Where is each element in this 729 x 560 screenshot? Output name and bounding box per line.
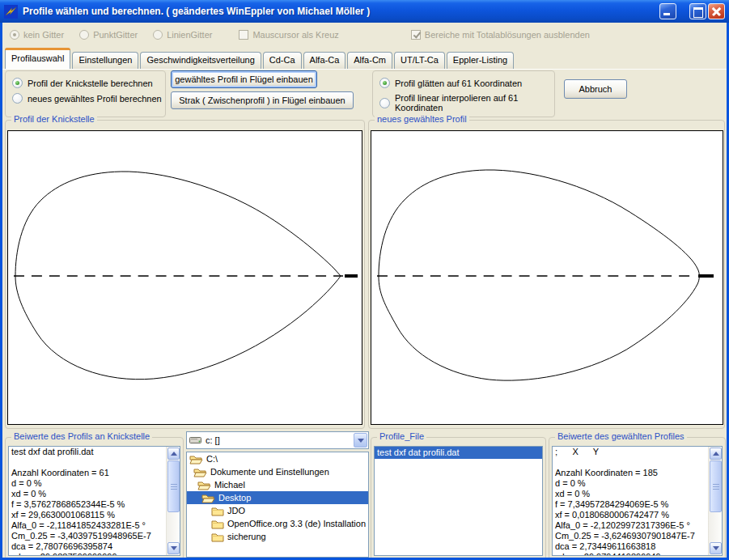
checkbox-mauscursor[interactable]: Mauscursor als Kreuz — [239, 30, 338, 40]
radio-icon — [379, 98, 390, 108]
radio-neues-profil-berechnen[interactable]: neues gewähltes Profil berechnen — [12, 93, 165, 104]
arrow-down-icon — [171, 546, 177, 550]
list-item[interactable]: Anzahl Koordinaten = 61 — [9, 468, 166, 478]
list-item[interactable]: xf = 0,0180680006742477 % — [553, 510, 708, 520]
abort-button[interactable]: Abbruch — [564, 79, 627, 99]
drive-icon — [189, 436, 202, 444]
folder-row-michael[interactable]: Michael — [187, 478, 368, 491]
app-window: Profile wählen und berechnen. ( geändert… — [0, 0, 729, 560]
checkbox-label: Mauscursor als Kreuz — [252, 30, 338, 40]
install-strak-button[interactable]: Strak ( Zwischenprofil ) in Flügel einba… — [171, 91, 354, 109]
tab-strip: Profilauswahl Einstellungen Geschwindigk… — [2, 47, 727, 69]
new-profile-plot-caption: neues gewähltes Profil — [375, 114, 469, 124]
list-item[interactable]: Alfa_0 = -2,11841852433281E-5 ° — [9, 520, 166, 531]
minimize-button[interactable] — [659, 3, 676, 19]
checkbox-icon — [411, 30, 421, 40]
smooth-mode-group: Profil glätten auf 61 Koordinaten Profil… — [372, 70, 555, 117]
knickstelle-values-listbox[interactable]: test dxf dat profili.dat Anzahl Koordina… — [8, 446, 180, 556]
new-profile-plot-group: neues gewähltes Profil — [368, 120, 725, 429]
radio-label: kein Gitter — [23, 30, 64, 40]
open-folder-icon — [189, 454, 203, 465]
folder-tree[interactable]: C:\ Dokumente und Einstellungen Michael … — [186, 452, 369, 558]
folder-row-c[interactable]: C:\ — [187, 452, 368, 465]
checkbox-totalabloesungen[interactable]: Bereiche mit Totalablösungen ausblenden — [411, 30, 590, 40]
scroll-up-button[interactable] — [710, 448, 722, 460]
list-item[interactable]: xd = 0 % — [9, 489, 166, 499]
folder-name: Michael — [214, 480, 245, 490]
list-item[interactable]: dca = 2,78076696395874 — [9, 541, 166, 552]
combobox-dropdown-button[interactable] — [354, 433, 367, 448]
radio-profil-knickstelle-berechnen[interactable]: Profil der Knickstelle berechnen — [12, 78, 165, 88]
scroll-up-button[interactable] — [167, 448, 180, 460]
folder-row-dokumente[interactable]: Dokumente und Einstellungen — [187, 465, 368, 478]
list-item[interactable]: Anzahl Koordinaten = 185 — [553, 468, 708, 478]
folder-row-sicherung[interactable]: sicherung — [187, 530, 368, 543]
maximize-button[interactable] — [689, 3, 706, 19]
list-item[interactable]: xdca = 29,9794419896949 — [553, 552, 708, 555]
close-button[interactable] — [708, 3, 725, 19]
radio-profil-linear-interpolieren[interactable]: Profil linear interpolieren auf 61 Koord… — [379, 93, 554, 112]
list-item[interactable] — [9, 457, 166, 468]
radio-punktgitter[interactable]: PunktGitter — [79, 30, 138, 40]
scrollbar-thumb[interactable] — [167, 460, 180, 512]
folder-row-openoffice[interactable]: OpenOffice.org 3.3 (de) Installation Fil — [187, 517, 368, 530]
radio-profil-glaetten[interactable]: Profil glätten auf 61 Koordinaten — [379, 78, 554, 88]
app-icon — [4, 5, 18, 19]
radio-icon — [379, 78, 390, 88]
list-item[interactable]: f = 3,57627868652344E-5 % — [9, 499, 166, 510]
tab-alfa-cm[interactable]: Alfa-Cm — [347, 52, 392, 69]
profile-file-listbox[interactable]: test dxf dat profili.dat — [374, 446, 543, 556]
tab-alfa-ca[interactable]: Alfa-Ca — [303, 52, 346, 69]
drive-combobox[interactable]: c: [] — [186, 431, 369, 449]
radio-icon — [12, 93, 23, 104]
window-title: Profile wählen und berechnen. ( geändert… — [23, 6, 653, 17]
selected-profile-values-listbox[interactable]: ; X Y Anzahl Koordinaten = 185 d = 0 % x… — [552, 446, 723, 556]
list-item[interactable]: dca = 2,73449611663818 — [553, 541, 708, 552]
list-item[interactable]: xd = 0 % — [553, 489, 708, 499]
list-item[interactable]: xf = 29,6630001068115 % — [9, 510, 166, 520]
tab-ut-lt-ca[interactable]: UT/LT-Ca — [394, 52, 445, 69]
listbox-content: ; X Y Anzahl Koordinaten = 185 d = 0 % x… — [553, 447, 708, 555]
tab-eppler-listing[interactable]: Eppler-Listing — [447, 52, 514, 69]
scroll-down-button[interactable] — [167, 542, 180, 554]
list-item[interactable]: f = 7,34957284294069E-5 % — [553, 499, 708, 510]
radio-liniengitter[interactable]: LinienGitter — [153, 30, 212, 40]
list-item[interactable]: test dxf dat profili.dat — [9, 447, 166, 457]
list-item[interactable]: d = 0 % — [9, 478, 166, 489]
radio-label: neues gewähltes Profil berechnen — [28, 94, 162, 104]
tab-profilauswahl[interactable]: Profilauswahl — [5, 48, 70, 69]
folder-row-jdo[interactable]: JDO — [187, 504, 368, 517]
scrollbar-thumb[interactable] — [710, 460, 722, 512]
arrow-up-icon — [171, 452, 177, 456]
open-folder-icon — [201, 493, 215, 503]
scroll-down-button[interactable] — [710, 542, 722, 554]
list-item[interactable]: Cm_0.25 = -3,40397519948965E-7 — [9, 531, 166, 541]
folder-row-desktop[interactable]: Desktop — [187, 491, 368, 504]
knickstelle-profile-drawing — [8, 131, 362, 424]
tab-einstellungen[interactable]: Einstellungen — [72, 52, 138, 69]
profile-file-caption: Profile_File — [377, 431, 426, 441]
list-item[interactable] — [553, 457, 708, 468]
knickstelle-plot-group: Profil der Knickstelle — [5, 120, 365, 429]
new-profile-drawing — [371, 131, 723, 424]
list-item[interactable]: xdca = 29,9887599999999 — [9, 552, 166, 555]
list-item[interactable]: d = 0 % — [553, 478, 708, 489]
profile-file-item[interactable]: test dxf dat profili.dat — [375, 447, 542, 459]
vertical-scrollbar[interactable] — [166, 447, 180, 555]
radio-label: Profil linear interpolieren auf 61 Koord… — [395, 93, 554, 112]
tab-geschwindigkeitsverteilung[interactable]: Geschwindigkeitsverteilung — [140, 52, 261, 69]
tab-cd-ca[interactable]: Cd-Ca — [263, 52, 302, 69]
folder-name: JDO — [227, 506, 245, 515]
checkbox-label: Bereiche mit Totalablösungen ausblenden — [425, 30, 590, 40]
knickstelle-profile-canvas — [7, 130, 362, 425]
radio-label: Profil glätten auf 61 Koordinaten — [395, 78, 522, 88]
radio-kein-gitter[interactable]: kein Gitter — [10, 30, 64, 40]
install-profile-button[interactable]: gewähltes Profil in Flügel einbauen — [171, 70, 317, 88]
closed-folder-icon — [211, 532, 224, 542]
folder-name: sicherung — [227, 532, 266, 541]
list-item[interactable]: Alfa_0 = -2,12029972317396E-5 ° — [553, 520, 708, 531]
vertical-scrollbar[interactable] — [708, 447, 722, 555]
list-item[interactable]: Cm_0.25 = -3,62469307901847E-7 — [553, 531, 708, 541]
list-item[interactable]: ; X Y — [553, 447, 708, 457]
calc-mode-group: Profil der Knickstelle berechnen neues g… — [5, 70, 166, 117]
